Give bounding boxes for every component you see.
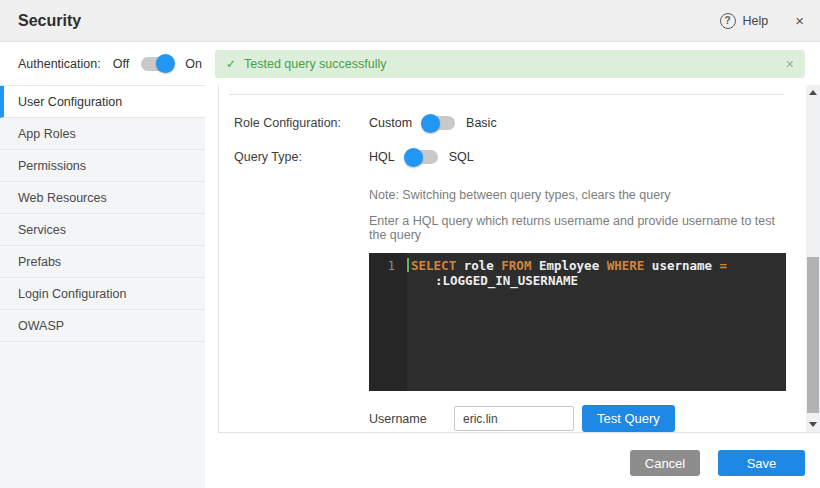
role-configuration-row: Role Configuration: Custom Basic bbox=[234, 109, 790, 137]
authentication-toggle[interactable] bbox=[141, 57, 173, 71]
sidebar-item-app-roles[interactable]: App Roles bbox=[0, 118, 205, 150]
sidebar-item-label: App Roles bbox=[18, 127, 76, 141]
help-icon[interactable]: ? bbox=[720, 13, 736, 29]
save-button[interactable]: Save bbox=[718, 450, 805, 476]
sidebar-item-permissions[interactable]: Permissions bbox=[0, 150, 205, 182]
footer-bar: Cancel Save bbox=[218, 432, 820, 488]
sidebar-item-owasp[interactable]: OWASP bbox=[0, 310, 205, 342]
query-type-label: Query Type: bbox=[234, 150, 369, 164]
query-sql-label: SQL bbox=[449, 150, 474, 164]
banner-message: Tested query successfully bbox=[244, 57, 386, 71]
header-actions: ? Help × bbox=[720, 13, 804, 29]
query-code-editor[interactable]: 1 SELECT role FROM Employee WHERE userna… bbox=[369, 253, 786, 391]
authentication-group: Authentication: Off On bbox=[18, 42, 202, 85]
security-dialog: Security ? Help × Authentication: Off On… bbox=[0, 0, 820, 488]
toggle-knob bbox=[404, 148, 423, 167]
role-configuration-label: Role Configuration: bbox=[234, 116, 369, 130]
code-content[interactable]: SELECT role FROM Employee WHERE username… bbox=[407, 253, 786, 391]
username-label: Username bbox=[369, 412, 454, 426]
sidebar-item-services[interactable]: Services bbox=[0, 214, 205, 246]
code-line: :LOGGED_IN_USERNAME bbox=[411, 273, 778, 288]
query-type-options: HQL SQL bbox=[369, 150, 474, 164]
banner-close-icon[interactable]: × bbox=[786, 57, 794, 71]
test-query-button[interactable]: Test Query bbox=[582, 405, 675, 432]
page-title: Security bbox=[18, 12, 81, 30]
sidebar: User ConfigurationApp RolesPermissionsWe… bbox=[0, 85, 205, 488]
editor-caret bbox=[407, 258, 409, 272]
sidebar-item-label: Prefabs bbox=[18, 255, 61, 269]
editor-line-number: 1 bbox=[369, 253, 407, 391]
vertical-scrollbar[interactable] bbox=[806, 85, 820, 432]
query-instruction-text: Enter a HQL query which returns username… bbox=[369, 214, 790, 242]
sidebar-item-web-resources[interactable]: Web Resources bbox=[0, 182, 205, 214]
sidebar-item-prefabs[interactable]: Prefabs bbox=[0, 246, 205, 278]
sidebar-item-label: User Configuration bbox=[18, 95, 122, 109]
query-type-row: Query Type: HQL SQL bbox=[234, 143, 790, 171]
authentication-row: Authentication: Off On ✓ Tested query su… bbox=[0, 42, 820, 85]
scroll-up-icon[interactable] bbox=[809, 90, 817, 95]
sidebar-item-login-configuration[interactable]: Login Configuration bbox=[0, 278, 205, 310]
main-panel: Role Configuration: Custom Basic Query T… bbox=[218, 85, 790, 432]
query-note-text: Note: Switching between query types, cle… bbox=[369, 188, 790, 202]
authentication-off-label: Off bbox=[113, 57, 129, 71]
username-row: Username Test Query bbox=[369, 405, 790, 432]
toggle-knob bbox=[156, 54, 175, 73]
success-banner: ✓ Tested query successfully × bbox=[215, 50, 805, 78]
query-hql-label: HQL bbox=[369, 150, 395, 164]
header-bar: Security ? Help × bbox=[0, 0, 820, 42]
role-custom-label: Custom bbox=[369, 116, 412, 130]
sidebar-item-label: OWASP bbox=[18, 319, 64, 333]
authentication-on-label: On bbox=[185, 57, 202, 71]
authentication-label: Authentication: bbox=[18, 57, 101, 71]
sidebar-item-label: Services bbox=[18, 223, 66, 237]
query-type-toggle[interactable] bbox=[406, 150, 438, 164]
section-divider bbox=[229, 94, 784, 95]
close-icon[interactable]: × bbox=[795, 13, 804, 28]
role-configuration-options: Custom Basic bbox=[369, 116, 497, 130]
code-line: SELECT role FROM Employee WHERE username… bbox=[411, 258, 778, 273]
role-configuration-toggle[interactable] bbox=[423, 116, 455, 130]
cancel-button[interactable]: Cancel bbox=[630, 450, 700, 476]
sidebar-item-label: Login Configuration bbox=[18, 287, 126, 301]
toggle-knob bbox=[421, 114, 440, 133]
sidebar-item-label: Permissions bbox=[18, 159, 86, 173]
check-icon: ✓ bbox=[226, 57, 236, 71]
help-link[interactable]: Help bbox=[743, 14, 769, 28]
scrollbar-thumb[interactable] bbox=[807, 257, 819, 413]
scroll-down-icon[interactable] bbox=[809, 422, 817, 427]
username-input[interactable] bbox=[454, 406, 574, 431]
sidebar-item-user-configuration[interactable]: User Configuration bbox=[0, 86, 205, 118]
sidebar-item-label: Web Resources bbox=[18, 191, 107, 205]
role-basic-label: Basic bbox=[466, 116, 497, 130]
